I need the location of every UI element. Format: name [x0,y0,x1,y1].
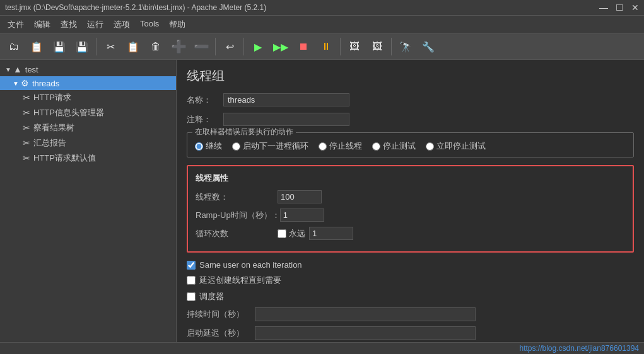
ramp-up-label: Ramp-Up时间（秒）： [196,210,280,221]
toolbar-save[interactable]: 💾 [49,37,69,57]
sidebar-item-label-http-default: HTTP请求默认值 [33,152,96,164]
separator-5 [391,38,392,55]
tree-arrow: ▼ [5,66,11,73]
separator-1 [96,38,97,55]
delay-create-label: 延迟创建线程直到需要 [199,275,281,286]
main-content: ▼ ▲ test ▼ ⚙ threads ✂ HTTP请求 ✂ HTTP信息头管… [0,60,644,342]
sidebar-item-label-threads: threads [32,79,59,88]
sidebar: ▼ ▲ test ▼ ⚙ threads ✂ HTTP请求 ✂ HTTP信息头管… [0,60,177,342]
delay-create-checkbox[interactable] [187,276,196,285]
start-delay-label: 启动延迟（秒） [187,328,250,339]
action-stop-test[interactable]: 停止测试 [372,140,416,152]
comment-input[interactable] [223,113,349,126]
action-stop-now[interactable]: 立即停止测试 [426,140,486,152]
sidebar-item-http-request[interactable]: ✂ HTTP请求 [0,90,176,105]
status-url: https://blog.csdn.net/jian876601394 [520,344,639,353]
sidebar-item-threads[interactable]: ▼ ⚙ threads [0,76,176,90]
action-next-loop[interactable]: 启动下一进程循环 [232,140,308,152]
menu-file[interactable]: 文件 [3,17,29,32]
ramp-up-row: Ramp-Up时间（秒）： [196,208,625,222]
sidebar-item-result-tree[interactable]: ✂ 察看结果树 [0,120,176,135]
sidebar-item-label-http-header: HTTP信息头管理器 [33,107,104,118]
toolbar-add[interactable]: ➕ [168,37,189,57]
toolbar-clear[interactable]: 🖼 [344,37,365,57]
toolbar-templates[interactable]: 📋 [26,37,47,57]
start-delay-row: 启动延迟（秒） [187,326,634,340]
sidebar-item-label-result-tree: 察看结果树 [33,122,74,134]
menu-run[interactable]: 运行 [82,17,108,32]
name-row: 名称： [187,93,634,106]
toolbar-start[interactable]: ▶ [248,37,268,57]
threads-icon: ⚙ [21,78,29,88]
tree-arrow-threads: ▼ [13,80,19,87]
loop-count-input[interactable] [309,227,353,240]
ramp-up-input[interactable] [280,208,324,222]
separator-3 [243,38,244,55]
sidebar-item-label-summary: 汇总报告 [33,137,66,149]
title-bar: test.jmx (D:\DevSoft\apache-jmeter-5.2.1… [0,0,644,16]
toolbar-open[interactable]: 🗂 [4,37,24,57]
menu-find[interactable]: 查找 [56,17,82,32]
menu-bar: 文件 编辑 查找 运行 选项 Tools 帮助 [0,16,644,34]
comment-row: 注释： [187,113,634,126]
sidebar-item-label-http-request: HTTP请求 [33,92,71,103]
toolbar-search[interactable]: 🔭 [395,37,416,57]
thread-count-input[interactable] [278,190,322,203]
sidebar-item-summary[interactable]: ✂ 汇总报告 [0,135,176,151]
http-header-icon: ✂ [23,108,30,118]
minimize-button[interactable]: — [599,3,608,13]
toolbar-stop[interactable]: ⏹ [293,37,313,57]
sidebar-item-http-default[interactable]: ✂ HTTP请求默认值 [0,151,176,166]
thread-count-label: 线程数： [196,191,278,203]
duration-label: 持续时间（秒） [187,309,250,320]
toolbar-remove[interactable]: ➖ [191,37,211,57]
same-user-checkbox[interactable] [187,261,196,270]
thread-properties-box: 线程属性 线程数： Ramp-Up时间（秒）： 循环次数 永远 [187,165,634,253]
scheduler-checkbox[interactable] [187,292,196,301]
duration-row: 持续时间（秒） [187,307,634,321]
thread-properties-title: 线程属性 [196,173,625,184]
toolbar-save-as[interactable]: 💾 [72,37,92,57]
scheduler-row: 调度器 [187,291,634,302]
right-panel: 线程组 名称： 注释： 在取样器错误后要执行的动作 继续 启动下一进程循环 [177,60,644,342]
window-controls[interactable]: — ☐ ✕ [599,3,639,13]
start-delay-input[interactable] [255,326,476,340]
maximize-button[interactable]: ☐ [616,3,624,13]
action-continue[interactable]: 继续 [195,140,222,152]
sidebar-item-test[interactable]: ▼ ▲ test [0,62,176,76]
status-bar: https://blog.csdn.net/jian876601394 [0,342,644,354]
name-label: 名称： [187,94,218,106]
duration-input[interactable] [255,307,476,321]
forever-checkbox[interactable] [278,229,286,238]
toolbar-cut[interactable]: ✂ [100,37,120,57]
close-button[interactable]: ✕ [631,3,639,13]
menu-help[interactable]: 帮助 [164,17,190,32]
menu-edit[interactable]: 编辑 [29,17,56,32]
action-stop-thread[interactable]: 停止线程 [319,140,362,152]
toolbar-undo[interactable]: ↩ [220,37,240,57]
test-icon: ▲ [13,64,22,74]
loop-count-label: 循环次数 [196,228,278,239]
toolbar-shutdown[interactable]: ⏸ [316,37,336,57]
separator-4 [340,38,341,55]
sidebar-item-http-header[interactable]: ✂ HTTP信息头管理器 [0,105,176,120]
toolbar-copy[interactable]: 📋 [123,37,143,57]
window-title: test.jmx (D:\DevSoft\apache-jmeter-5.2.1… [5,3,266,12]
toolbar: 🗂 📋 💾 💾 ✂ 📋 🗑 ➕ ➖ ↩ ▶ ▶▶ ⏹ ⏸ 🖼 🖼 🔭 🔧 [0,34,644,60]
separator-2 [215,38,216,55]
toolbar-clear-all[interactable]: 🖼 [367,37,387,57]
toolbar-delete[interactable]: 🗑 [146,37,166,57]
same-user-label: Same user on each iteration [199,260,302,270]
menu-tools[interactable]: Tools [135,17,164,32]
toolbar-start-no-pause[interactable]: ▶▶ [271,37,291,57]
result-tree-icon: ✂ [23,123,30,133]
loop-count-row: 循环次数 永远 [196,227,625,240]
name-input[interactable] [223,93,349,106]
http-request-icon: ✂ [23,93,30,103]
toolbar-settings[interactable]: 🔧 [418,37,438,57]
summary-icon: ✂ [23,138,30,148]
forever-label: 永远 [289,228,305,239]
action-group-title: 在取样器错误后要执行的动作 [192,127,296,137]
menu-options[interactable]: 选项 [108,17,135,32]
forever-check-group: 永远 [278,228,305,239]
